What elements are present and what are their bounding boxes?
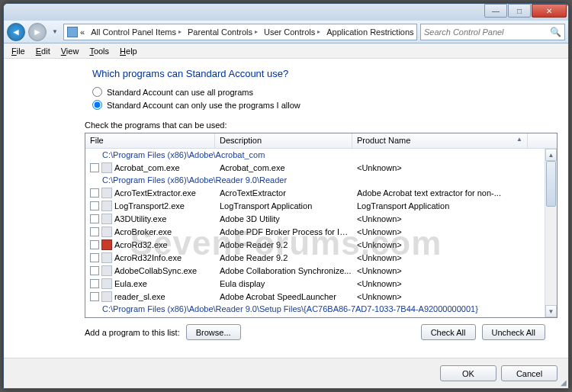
checkbox[interactable] [90, 188, 99, 198]
radio-input[interactable] [92, 100, 102, 110]
file-icon [101, 188, 112, 198]
list-item[interactable]: AcroTextExtractor.exeAcroTextExtractorAd… [85, 186, 545, 199]
file-icon [101, 265, 112, 276]
file-name: AcroBroker.exe [114, 227, 172, 236]
search-input[interactable] [424, 27, 547, 37]
file-icon [101, 239, 112, 250]
radio-label: Standard Account can only use the progra… [107, 101, 300, 110]
file-product: <Unknown> [352, 266, 516, 275]
group-header[interactable]: C:\Program Files (x86)\Adobe\Acrobat_com [85, 149, 545, 161]
content: Which programs can Standard Account use?… [4, 59, 568, 340]
checkbox[interactable] [90, 227, 99, 236]
list-item[interactable]: Eula.exeEula display<Unknown> [85, 277, 545, 290]
history-dropdown-icon[interactable]: ▼ [50, 25, 60, 39]
file-description: AcroTextExtractor [215, 188, 352, 198]
breadcrumb-item[interactable]: Application Restrictions [326, 27, 413, 37]
file-icon [101, 162, 112, 173]
bottom-row: Add a program to this list: Browse... Ch… [85, 324, 545, 340]
chevron-right-icon: ▸ [178, 28, 182, 35]
file-icon [101, 227, 112, 237]
footer: OK Cancel [4, 358, 568, 388]
close-button[interactable]: ✕ [532, 4, 567, 18]
checkbox[interactable] [90, 163, 99, 172]
minimize-button[interactable]: — [484, 4, 507, 18]
file-name: A3DUtility.exe [114, 214, 166, 223]
breadcrumb-item[interactable]: User Controls [264, 27, 315, 37]
radio-all-programs[interactable]: Standard Account can use all programs [92, 87, 545, 97]
radio-input[interactable] [92, 87, 102, 97]
radio-label: Standard Account can use all programs [107, 88, 253, 97]
file-icon [101, 291, 112, 302]
column-file[interactable]: File [85, 133, 215, 148]
browse-button[interactable]: Browse... [186, 324, 241, 340]
file-description: Acrobat_com.exe [215, 163, 352, 172]
column-headers: File Description Product Name▲ [85, 133, 557, 149]
list-item[interactable]: LogTransport2.exeLogTransport Applicatio… [85, 199, 545, 212]
group-header[interactable]: C:\Program Files (x86)\Adobe\Reader 9.0\… [85, 303, 545, 315]
column-description[interactable]: Description [215, 133, 352, 148]
scroll-down-icon[interactable]: ▼ [545, 305, 557, 317]
list-item[interactable]: AdobeCollabSync.exeAdobe Collaboration S… [85, 264, 545, 277]
uncheck-all-button[interactable]: Uncheck All [482, 324, 545, 340]
list-item[interactable]: A3DUtility.exeAdobe 3D Utility<Unknown> [85, 212, 545, 225]
menu-file[interactable]: File [7, 46, 30, 56]
forward-button[interactable]: ► [28, 23, 47, 41]
file-name: AcroRd32Info.exe [114, 253, 182, 262]
file-description: Adobe PDF Broker Process for Int... [215, 227, 352, 236]
file-name: Acrobat_com.exe [114, 163, 180, 172]
ok-button[interactable]: OK [440, 365, 496, 381]
breadcrumb-item[interactable]: All Control Panel Items [91, 27, 176, 37]
vertical-scrollbar[interactable]: ▲ ▼ [545, 149, 557, 317]
file-name: reader_sl.exe [114, 292, 165, 301]
scroll-up-icon[interactable]: ▲ [545, 149, 557, 161]
resize-grip-icon[interactable]: ◢ [561, 378, 567, 387]
menu-edit[interactable]: Edit [31, 46, 55, 56]
file-name: AcroTextExtractor.exe [114, 188, 196, 198]
list-item[interactable]: AcroBroker.exeAdobe PDF Broker Process f… [85, 225, 545, 238]
group-header[interactable]: C:\Program Files (x86)\Adobe\Reader 9.0\… [85, 174, 545, 186]
file-product: <Unknown> [352, 292, 516, 301]
titlebar: — □ ✕ [4, 4, 568, 21]
checkbox[interactable] [90, 201, 99, 210]
list-item[interactable]: Acrobat_com.exe Acrobat_com.exe <Unknown… [85, 161, 545, 174]
file-name: Eula.exe [114, 279, 147, 288]
scroll-thumb[interactable] [546, 161, 556, 207]
maximize-button[interactable]: □ [508, 4, 531, 18]
file-name: AdobeCollabSync.exe [114, 266, 197, 275]
file-icon [101, 214, 112, 224]
list-item[interactable]: AcroRd32.exeAdobe Reader 9.2<Unknown> [85, 238, 545, 251]
checkbox[interactable] [90, 292, 99, 301]
menu-help[interactable]: Help [115, 46, 142, 56]
file-product: Adobe Acrobat text extractor for non-... [352, 188, 516, 198]
file-icon [101, 201, 112, 211]
radio-only-allowed[interactable]: Standard Account can only use the progra… [92, 100, 545, 110]
breadcrumb[interactable]: « All Control Panel Items▸ Parental Cont… [63, 24, 417, 40]
file-description: Adobe Acrobat SpeedLauncher [215, 292, 352, 301]
back-button[interactable]: ◄ [7, 23, 25, 41]
file-product: <Unknown> [352, 227, 516, 236]
checkbox[interactable] [90, 279, 99, 288]
file-product: LogTransport Application [352, 201, 516, 210]
breadcrumb-item[interactable]: Parental Controls [188, 27, 252, 37]
list-item[interactable]: AcroRd32Info.exeAdobe Reader 9.2<Unknown… [85, 251, 545, 264]
cancel-button[interactable]: Cancel [501, 365, 558, 381]
column-product[interactable]: Product Name▲ [352, 133, 528, 148]
checkbox[interactable] [90, 266, 99, 275]
menu-view[interactable]: View [56, 46, 84, 56]
location-icon [67, 27, 78, 37]
file-description: Adobe Collaboration Synchronize... [215, 266, 352, 275]
check-all-button[interactable]: Check All [421, 324, 476, 340]
file-product: <Unknown> [352, 240, 516, 249]
checkbox[interactable] [90, 214, 99, 223]
search-icon[interactable]: 🔍 [550, 27, 561, 37]
window: — □ ✕ ◄ ► ▼ « All Control Panel Items▸ P… [3, 3, 569, 389]
sort-asc-icon: ▲ [516, 136, 522, 143]
checkbox[interactable] [90, 253, 99, 262]
search-box[interactable]: 🔍 [420, 24, 565, 40]
file-description: Eula display [215, 279, 352, 288]
file-name: LogTransport2.exe [114, 201, 185, 210]
list-item[interactable]: reader_sl.exeAdobe Acrobat SpeedLauncher… [85, 290, 545, 303]
file-product: <Unknown> [352, 214, 516, 223]
checkbox[interactable] [90, 240, 99, 249]
menu-tools[interactable]: Tools [85, 46, 114, 56]
